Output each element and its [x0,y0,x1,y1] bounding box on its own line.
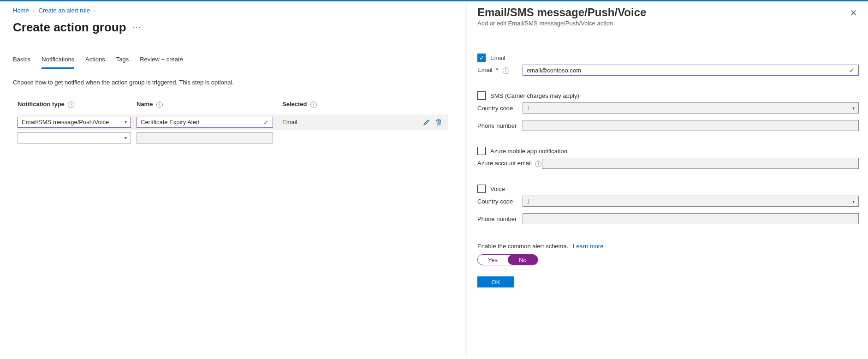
notification-type-select[interactable]: Email/SMS message/Push/Voice ▾ [18,117,131,128]
tab-tags[interactable]: Tags [116,53,129,69]
edit-row-button[interactable] [422,118,431,126]
info-icon[interactable]: i [68,102,74,108]
chevron-down-icon: ▾ [852,106,855,111]
notification-name-input[interactable]: Certificate Expiry Alert ✓ [137,117,273,128]
tab-description: Choose how to get notified when the acti… [13,79,448,86]
header-name: Name [137,101,153,108]
app-email-input[interactable] [542,158,859,169]
voice-phone-input[interactable] [523,213,859,224]
delete-row-button[interactable] [434,118,443,126]
notification-type-value: Email/SMS message/Push/Voice [22,119,109,126]
grid-header: Notification type i Name i Selected i [18,101,448,108]
section-app: Azure mobile app notification Azure acco… [477,147,859,169]
tab-review[interactable]: Review + create [140,53,183,69]
tabs: Basics Notifications Actions Tags Review… [13,53,448,69]
email-input[interactable]: email@contoso.com ✓ [523,65,859,76]
voice-phone-label: Phone number [477,215,523,222]
main-content: Home › Create an alert rule › Create act… [0,1,461,150]
header-selected: Selected [282,101,307,108]
section-voice: Voice Country code 1 ▾ Phone number [477,185,859,224]
chevron-right-icon: › [94,8,96,13]
app-notification-checkbox[interactable] [477,147,486,155]
voice-checkbox[interactable] [477,185,486,193]
phone-label: Phone number [477,122,523,129]
close-button[interactable]: ✕ [848,6,859,20]
notification-name-value: Certificate Expiry Alert [141,119,200,126]
info-icon[interactable]: i [503,67,509,74]
page-title: Create action group [13,20,126,35]
panel-subtitle: Add or edit Email/SMS message/Push/Voice… [477,20,646,27]
sms-country-code-select[interactable]: 1 ▾ [523,102,859,114]
schema-toggle[interactable]: Yes No [477,254,538,265]
sms-country-code-value: 1 [527,105,530,112]
voice-country-code-value: 1 [527,198,530,205]
sms-phone-input[interactable] [523,120,859,131]
app-email-label: Azure account email [477,160,532,167]
country-code-label: Country code [477,105,523,112]
notification-selected: Email [282,119,297,126]
sms-check-label: SMS (Carrier charges may apply) [490,92,579,99]
breadcrumb: Home › Create an alert rule › [13,6,448,17]
chevron-down-icon: ▾ [852,199,855,204]
check-icon: ✓ [849,66,855,74]
notifications-grid: Notification type i Name i Selected i Em… [13,101,448,146]
voice-country-code-select[interactable]: 1 ▾ [523,196,859,207]
check-icon: ✓ [263,119,269,126]
info-icon[interactable]: i [310,102,317,108]
email-field-label: Email [477,66,493,73]
flyout-panel: Email/SMS message/Push/Voice Add or edit… [467,1,868,359]
chevron-down-icon: ▾ [125,120,127,125]
chevron-down-icon: ▾ [125,135,127,140]
learn-more-link[interactable]: Learn more [573,243,603,250]
tab-actions[interactable]: Actions [85,53,105,69]
app-check-label: Azure mobile app notification [490,148,567,155]
section-schema: Enable the common alert schema. Learn mo… [477,243,859,265]
toggle-no[interactable]: No [508,255,538,265]
tab-notifications[interactable]: Notifications [42,53,74,69]
section-sms: SMS (Carrier charges may apply) Country … [477,91,859,131]
email-checkbox[interactable]: ✓ [477,54,486,62]
tab-basics[interactable]: Basics [13,53,30,69]
grid-row-empty: ▾ [18,130,448,146]
ok-button[interactable]: OK [477,276,514,287]
email-check-label: Email [490,54,505,61]
toggle-yes[interactable]: Yes [478,255,508,265]
grid-row: Email/SMS message/Push/Voice ▾ Certifica… [18,114,448,130]
email-input-value: email@contoso.com [527,67,581,74]
breadcrumb-create-rule[interactable]: Create an alert rule [39,7,90,14]
schema-text: Enable the common alert schema. [477,243,568,250]
breadcrumb-home[interactable]: Home [13,7,29,14]
panel-title: Email/SMS message/Push/Voice [477,6,646,19]
notification-type-select-empty[interactable]: ▾ [18,132,131,144]
notification-name-input-empty[interactable] [137,132,273,144]
chevron-right-icon: › [33,8,35,13]
section-email: ✓ Email Email * i email@contoso.com ✓ [477,54,859,76]
more-actions-button[interactable]: ··· [133,23,141,32]
sms-checkbox[interactable] [477,91,486,100]
voice-country-code-label: Country code [477,198,523,205]
required-asterisk: * [496,66,498,73]
header-type: Notification type [18,101,65,108]
info-icon[interactable]: i [535,161,541,167]
voice-check-label: Voice [490,185,505,192]
info-icon[interactable]: i [156,102,163,108]
